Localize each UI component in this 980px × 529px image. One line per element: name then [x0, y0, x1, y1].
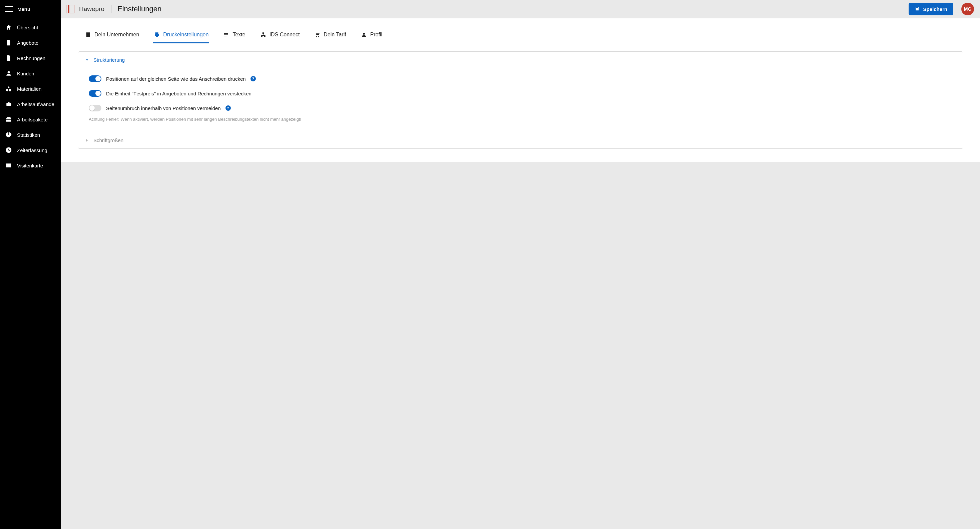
sidebar-header: Menü [0, 0, 61, 18]
network-icon [260, 32, 266, 38]
sidebar-item-label: Statistiken [17, 132, 40, 138]
sidebar-item-kunden[interactable]: Kunden [0, 66, 61, 81]
setting-label: Die Einheit "Festpreis" in Angeboten und… [106, 91, 251, 96]
sidebar-item-statistiken[interactable]: Statistiken [0, 127, 61, 142]
sidebar-item-label: Visitenkarte [17, 163, 43, 168]
content-area: Dein Unternehmen Druckeinstellungen Text… [61, 18, 980, 162]
toggle-seitenumbruch-vermeiden[interactable] [89, 105, 102, 111]
building-icon [85, 32, 91, 38]
toggle-positionen-anschreiben[interactable] [89, 75, 102, 82]
sidebar-item-rechnungen[interactable]: Rechnungen [0, 50, 61, 66]
sidebar: Menü Übersicht Angebote Rechnungen [0, 0, 61, 529]
shapes-icon [5, 85, 12, 92]
tab-dein-tarif[interactable]: Dein Tarif [313, 29, 347, 43]
setting-row: Positionen auf der gleichen Seite wie da… [89, 71, 952, 86]
tab-ids-connect[interactable]: IDS Connect [259, 29, 301, 43]
sidebar-item-visitenkarte[interactable]: Visitenkarte [0, 158, 61, 173]
panel-note: Achtung Fehler: Wenn aktiviert, werden P… [89, 115, 952, 122]
menu-icon[interactable] [5, 6, 13, 12]
sidebar-item-label: Arbeitsaufwände [17, 102, 54, 107]
empty-area [61, 162, 980, 529]
avatar[interactable]: MG [961, 3, 974, 15]
panel-title: Strukturierung [94, 57, 125, 63]
panel-title: Schriftgrößen [94, 137, 123, 143]
setting-row: Die Einheit "Festpreis" in Angeboten und… [89, 86, 952, 101]
clock-icon [5, 146, 12, 154]
invoice-icon [5, 54, 12, 62]
panel-header-schriftgroessen[interactable]: Schriftgrößen [78, 132, 963, 148]
sidebar-item-label: Zeiterfassung [17, 148, 48, 153]
panel-schriftgroessen: Schriftgrößen [78, 132, 963, 148]
tab-label: Dein Tarif [323, 32, 346, 38]
main: Hawepro Einstellungen Speichern MG Dein … [61, 0, 980, 529]
sidebar-item-arbeitspakete[interactable]: Arbeitspakete [0, 112, 61, 127]
sidebar-item-zeiterfassung[interactable]: Zeiterfassung [0, 142, 61, 158]
card-icon [5, 162, 12, 169]
settings-panels: Strukturierung Positionen auf der gleich… [78, 51, 963, 149]
setting-row: Seitenumbruch innerhalb von Positionen v… [89, 101, 952, 115]
menu-label: Menü [18, 6, 30, 12]
tab-label: IDS Connect [269, 32, 300, 38]
save-button[interactable]: Speichern [908, 3, 953, 15]
panel-strukturierung: Strukturierung Positionen auf der gleich… [78, 52, 963, 132]
page-title: Einstellungen [118, 5, 161, 13]
sidebar-item-label: Arbeitspakete [17, 117, 48, 122]
save-button-label: Speichern [923, 6, 947, 12]
brand-name: Hawepro [79, 5, 104, 13]
setting-label: Seitenumbruch innerhalb von Positionen v… [106, 105, 221, 111]
brand-logo-icon [66, 5, 75, 13]
home-icon [5, 24, 12, 31]
sidebar-item-label: Übersicht [17, 25, 38, 30]
tab-label: Texte [232, 32, 245, 38]
sidebar-nav: Übersicht Angebote Rechnungen Kunden [0, 18, 61, 173]
tab-druckeinstellungen[interactable]: Druckeinstellungen [153, 29, 209, 43]
tab-profil[interactable]: Profil [360, 29, 383, 43]
help-icon[interactable]: ? [250, 76, 256, 81]
help-icon[interactable]: ? [226, 105, 231, 111]
tab-label: Druckeinstellungen [163, 32, 208, 38]
tab-texte[interactable]: Texte [223, 29, 246, 43]
tab-label: Dein Unternehmen [94, 32, 139, 38]
save-icon [915, 6, 920, 12]
toggle-festpreis-verstecken[interactable] [89, 90, 102, 97]
document-icon [5, 39, 12, 46]
text-icon [223, 32, 229, 38]
settings-tabs: Dein Unternehmen Druckeinstellungen Text… [78, 18, 963, 43]
toolbox-icon [5, 100, 12, 108]
tab-label: Profil [370, 32, 382, 38]
profile-icon [361, 32, 367, 38]
sidebar-item-arbeitsaufwaende[interactable]: Arbeitsaufwände [0, 96, 61, 112]
topbar: Hawepro Einstellungen Speichern MG [61, 0, 980, 18]
sidebar-item-materialien[interactable]: Materialien [0, 81, 61, 96]
sidebar-item-label: Materialien [17, 86, 41, 92]
caret-right-icon [85, 138, 89, 143]
setting-label: Positionen auf der gleichen Seite wie da… [106, 76, 246, 82]
panel-header-strukturierung[interactable]: Strukturierung [78, 52, 963, 68]
caret-down-icon [85, 58, 89, 62]
sidebar-item-label: Kunden [17, 71, 34, 76]
panel-body-strukturierung: Positionen auf der gleichen Seite wie da… [78, 68, 963, 132]
person-icon [5, 70, 12, 77]
sidebar-item-label: Angebote [17, 40, 38, 46]
print-icon [154, 32, 160, 38]
sidebar-item-label: Rechnungen [17, 56, 45, 61]
cart-icon [314, 32, 320, 38]
package-icon [5, 116, 12, 123]
sidebar-item-angebote[interactable]: Angebote [0, 35, 61, 50]
pie-chart-icon [5, 131, 12, 138]
tab-dein-unternehmen[interactable]: Dein Unternehmen [84, 29, 140, 43]
sidebar-item-uebersicht[interactable]: Übersicht [0, 20, 61, 35]
title-divider [111, 5, 111, 13]
